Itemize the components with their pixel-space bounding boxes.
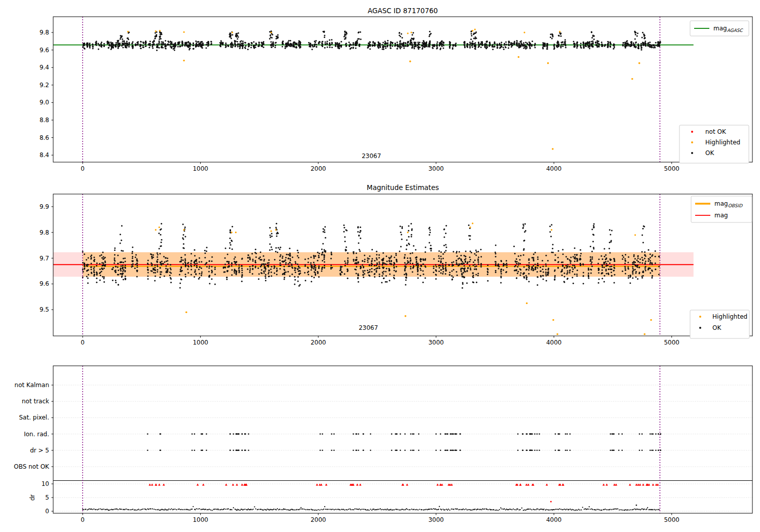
ok-point: [371, 258, 373, 259]
ok-point: [288, 254, 289, 255]
ion-rad-flag-point: [194, 433, 196, 435]
ok-point: [467, 43, 468, 45]
ok-point: [158, 233, 160, 234]
ok-point: [297, 255, 298, 257]
ok-point: [439, 267, 440, 269]
ok-point: [358, 242, 359, 244]
ok-point: [475, 46, 476, 48]
ok-point: [92, 46, 94, 47]
dr-trace-point: [547, 509, 548, 510]
dr-trace-point: [581, 509, 582, 510]
dr-trace-point: [205, 509, 206, 510]
ok-point: [520, 255, 521, 256]
ok-point: [623, 256, 624, 258]
dr-trace-point: [195, 509, 196, 510]
dr-trace-point: [286, 509, 287, 510]
ok-point: [299, 267, 300, 269]
ok-point: [452, 264, 454, 266]
ok-point: [552, 244, 554, 245]
ok-point: [227, 45, 229, 46]
dr-trace-point: [142, 509, 143, 510]
highlighted-point: [474, 28, 476, 30]
dr-trace-point: [313, 509, 314, 510]
ok-point: [500, 271, 502, 273]
ok-point: [305, 264, 306, 265]
ok-point: [270, 269, 272, 270]
dr-trace-point: [307, 509, 308, 510]
dr-trace-point: [531, 509, 532, 510]
ok-point: [122, 250, 124, 252]
ok-point: [223, 267, 224, 268]
not-ok-dr-marker: [525, 483, 528, 485]
ok-point: [356, 41, 358, 42]
legend-marker-swatch: [691, 131, 693, 133]
ok-point: [194, 276, 195, 278]
ok-point: [514, 253, 516, 254]
ok-point: [637, 45, 639, 46]
ok-point: [321, 254, 323, 255]
ok-point: [224, 267, 226, 268]
ok-point: [576, 47, 578, 49]
not-ok-dr-outlier: [550, 501, 552, 503]
ok-point: [194, 255, 196, 256]
ok-point: [112, 42, 113, 44]
ok-point: [329, 44, 331, 45]
dr-trace-point: [371, 510, 372, 511]
dr-trace-point: [423, 509, 424, 510]
ok-point: [639, 272, 640, 273]
ok-point: [473, 33, 475, 34]
ok-point: [610, 234, 611, 236]
ok-point: [632, 44, 634, 46]
ok-point: [310, 264, 312, 265]
dr-trace-point: [98, 509, 99, 510]
ion-rad-flag-point: [230, 433, 231, 435]
ok-point: [614, 46, 615, 47]
ok-point: [537, 271, 538, 273]
ok-point: [650, 260, 651, 261]
ok-point: [353, 251, 355, 253]
ok-point: [173, 48, 174, 50]
ok-point: [642, 272, 643, 273]
dr-trace-point: [295, 509, 296, 510]
ok-point: [545, 269, 547, 271]
ok-point: [188, 266, 189, 268]
ok-point: [572, 277, 573, 278]
ok-point: [271, 249, 273, 250]
dr-trace-point: [617, 508, 618, 509]
ion-rad-flag-point: [147, 433, 148, 435]
ok-point: [465, 260, 466, 262]
ok-point: [524, 44, 525, 45]
ok-point: [382, 264, 383, 266]
ok-point: [610, 266, 611, 268]
plot3-border: [53, 366, 752, 513]
dr-trace-point: [154, 509, 155, 510]
ok-point: [295, 44, 297, 45]
ok-point: [655, 269, 656, 270]
ok-point: [528, 267, 529, 268]
ok-point: [230, 229, 231, 231]
ok-point: [580, 264, 582, 265]
ok-point: [147, 267, 148, 268]
ok-point: [160, 245, 161, 247]
ok-point: [551, 38, 553, 40]
ok-point: [401, 226, 403, 227]
dr-trace-point: [449, 510, 450, 511]
ok-point: [298, 270, 300, 272]
ok-point: [394, 256, 395, 258]
ok-point: [159, 277, 161, 278]
ok-point: [610, 43, 612, 45]
dr-trace-point: [185, 509, 186, 510]
ok-point: [232, 226, 233, 227]
ok-point: [288, 257, 289, 259]
ok-point: [196, 260, 197, 262]
ok-point: [258, 42, 260, 43]
ok-point: [554, 278, 555, 280]
ok-point: [591, 261, 593, 263]
ok-point: [464, 268, 466, 269]
ok-point: [420, 259, 421, 260]
dr-trace-point: [277, 508, 278, 509]
ok-point: [403, 42, 404, 43]
ok-point: [347, 269, 348, 270]
ok-point: [249, 266, 251, 268]
ok-point: [292, 43, 294, 44]
